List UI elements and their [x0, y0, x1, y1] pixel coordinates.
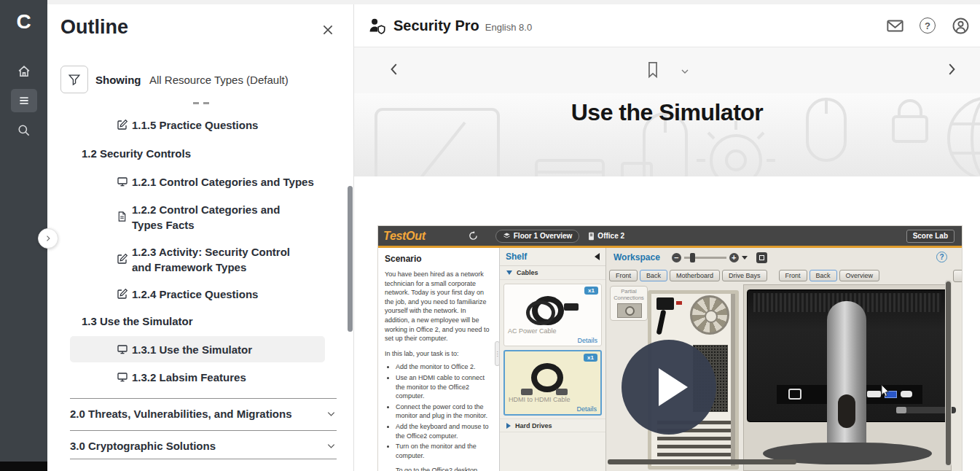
document-icon [117, 211, 128, 222]
scrollbar-thumb[interactable] [348, 186, 353, 332]
help-icon: ? [920, 17, 936, 34]
panel-drag-handle: ⋮ [495, 341, 500, 366]
collapse-shelf-icon [595, 253, 600, 260]
messages-button[interactable] [885, 16, 904, 35]
tab-motherboard: Motherboard [670, 270, 720, 281]
shelf-item-ac-power-cable: x1 AC Power Cable Details [503, 284, 602, 346]
stand-cable-hole [838, 394, 855, 428]
monitor-icon [117, 371, 128, 383]
tab-back-right-selected: Back [810, 270, 837, 281]
outline-panel: Outline Showing All Resource Types (Defa… [47, 4, 354, 471]
power-supply-thumbnail [617, 303, 642, 318]
clipped-row-fragment [203, 102, 209, 104]
testout-logo: TestOut [383, 230, 426, 243]
outline-module-row[interactable]: 3.0 Cryptographic Solutions [70, 433, 337, 458]
monitor-power-port [788, 389, 801, 400]
scenario-task-list: Add the monitor to Office 2. Use an HDMI… [396, 362, 492, 460]
vertical-scrollbar [945, 280, 952, 467]
course-subtitle: English 8.0 [485, 22, 532, 33]
search-button[interactable] [11, 118, 37, 141]
brand-logo: C [0, 10, 47, 34]
course-header: Security Pro English 8.0 ? [354, 4, 980, 47]
tab-back-left-selected: Back [640, 270, 667, 281]
outline-item-current[interactable]: 1.3.1 Use the Simulator [117, 342, 321, 357]
main-content: Security Pro English 8.0 ? [354, 0, 980, 471]
ac-power-cable-photo [526, 295, 567, 327]
lesson-nav-bar [354, 47, 980, 93]
tower-cable [656, 310, 667, 335]
tab-front-left: Front [609, 270, 638, 281]
bookmark-menu-button[interactable] [679, 66, 691, 79]
workspace-help-icon: ? [936, 252, 947, 262]
tower-power-switch [676, 301, 682, 305]
account-button[interactable] [951, 16, 970, 35]
course-shield-icon [368, 17, 387, 34]
layers-icon [503, 232, 511, 240]
zoom-slider [684, 257, 726, 259]
filter-value[interactable]: All Resource Types (Default) [149, 74, 289, 86]
app-window: C Outline [0, 0, 980, 471]
outline-module-row[interactable]: 2.0 Threats, Vulnerabilities, and Migrat… [70, 401, 337, 426]
video-player[interactable]: TestOut Floor 1 Overview Office 2 Sco [378, 226, 962, 471]
task-item: Use an HDMI cable to connect the monitor… [396, 373, 492, 401]
divider [70, 430, 337, 431]
search-icon [17, 123, 31, 137]
help-button[interactable]: ? [918, 16, 937, 35]
task-item: Turn on the monitor and the computer. [396, 442, 492, 460]
account-icon [952, 17, 970, 35]
monitor-icon [117, 176, 128, 187]
chevron-right-icon [44, 234, 52, 243]
collapse-panel-button[interactable] [38, 228, 58, 249]
outline-menu-button[interactable] [11, 89, 37, 112]
tab-drive-bays: Drive Bays [722, 270, 767, 281]
outline-item[interactable]: 1.2.1 Control Categories and Types [117, 174, 321, 190]
monitor-workspace [743, 284, 952, 471]
workspace-title: Workspace [614, 252, 660, 262]
fullscreen-icon [756, 252, 767, 263]
outline-title: Outline [60, 16, 128, 39]
outline-section-header[interactable]: 1.2 Security Controls [82, 147, 191, 160]
close-outline-button[interactable] [318, 20, 337, 39]
shelf-section-hard-drives: Hard Drives [500, 419, 605, 432]
outline-scrollbar[interactable] [348, 92, 353, 471]
filter-button[interactable] [60, 66, 88, 93]
tower-power-socket [656, 297, 674, 310]
title-banner: Use the Simulator [354, 93, 980, 176]
outline-item[interactable]: 1.2.2 Control Categories and Types Facts [117, 202, 299, 233]
bookmark-button[interactable] [644, 61, 662, 79]
menu-icon [17, 94, 31, 107]
details-link: Details [576, 405, 597, 413]
mail-icon [886, 17, 904, 35]
zoom-out-icon: – [672, 253, 681, 262]
task-item: Add the keyboard and mouse to the Office… [396, 422, 492, 440]
clipped-tab [953, 270, 962, 282]
shelf-section-cables: Cables [500, 266, 605, 280]
play-button[interactable] [622, 340, 716, 435]
scrollbar-thumb [946, 281, 951, 465]
close-icon [321, 23, 334, 36]
zoom-menu-caret-icon [742, 256, 748, 260]
monitor-icon [117, 343, 128, 355]
scenario-task-intro: In this lab, your task is to: [385, 349, 492, 359]
details-link: Details [577, 337, 597, 344]
outline-item[interactable]: 1.2.3 Activity: Security Control and Fra… [117, 244, 299, 275]
floor-overview-button: Floor 1 Overview [495, 230, 580, 243]
home-button[interactable] [11, 60, 37, 83]
tab-overview: Overview [839, 270, 880, 281]
outline-item[interactable]: 1.3.2 Labsim Features [117, 370, 321, 385]
next-button[interactable] [944, 61, 960, 77]
page-title: Use the Simulator [354, 99, 980, 126]
scenario-footer: To go to the Office2 desktop computer, s… [396, 466, 492, 471]
quantity-badge: x1 [584, 354, 597, 362]
pencil-icon [117, 288, 128, 300]
outline-module-row[interactable]: 4.0 Identity and Access Management [70, 462, 337, 471]
outline-item[interactable]: 1.2.4 Practice Questions [117, 287, 321, 302]
item-name: HDMI to HDMI Cable [509, 396, 571, 403]
tower-side-edge [731, 294, 735, 466]
scenario-intro: You have been hired as a network technic… [385, 270, 492, 343]
outline-section-header[interactable]: 1.3 Use the Simulator [82, 315, 193, 327]
item-name: AC Power Cable [508, 327, 557, 335]
outline-item[interactable]: 1.1.5 Practice Questions [117, 117, 321, 133]
quantity-badge: x1 [584, 287, 598, 295]
tab-front-right: Front [779, 270, 807, 281]
